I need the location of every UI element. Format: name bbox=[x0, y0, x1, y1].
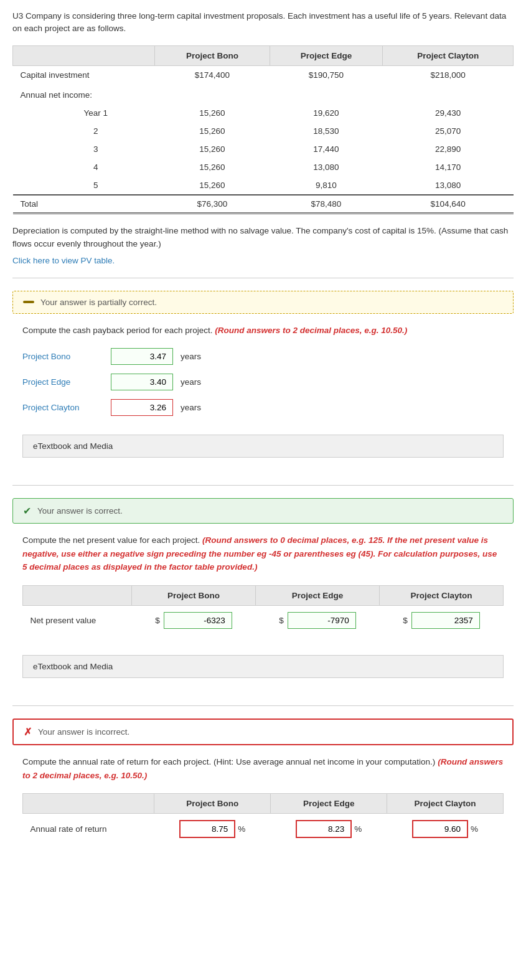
row-label-total: Total bbox=[13, 195, 155, 214]
row-edge: 19,620 bbox=[270, 104, 383, 122]
payback-row-edge: Project Edge years bbox=[22, 374, 504, 390]
pv-table-link[interactable]: Click here to view PV table. bbox=[12, 256, 514, 265]
row-label: Capital investment bbox=[13, 65, 155, 84]
payback-label-clayton: Project Clayton bbox=[22, 403, 103, 412]
x-icon: ✗ bbox=[24, 726, 32, 738]
arr-col-label bbox=[23, 794, 154, 814]
npv-input-edge[interactable] bbox=[288, 612, 356, 629]
npv-col-label bbox=[23, 586, 132, 606]
row-edge: $190,750 bbox=[270, 65, 383, 84]
pct-sign-clayton: % bbox=[471, 824, 478, 834]
payback-input-clayton[interactable] bbox=[111, 399, 173, 416]
main-data-table: Project Bono Project Edge Project Clayto… bbox=[12, 45, 514, 214]
npv-input-clayton[interactable] bbox=[411, 612, 480, 629]
row-edge: 18,530 bbox=[270, 122, 383, 140]
row-clayton: 29,430 bbox=[383, 104, 514, 122]
divider bbox=[12, 278, 514, 278]
row-bono: $174,400 bbox=[155, 65, 270, 84]
payback-input-bono[interactable] bbox=[111, 348, 173, 365]
row-clayton: 13,080 bbox=[383, 176, 514, 195]
row-edge-total: $78,480 bbox=[270, 195, 383, 214]
intro-text: U3 Company is considering three long-ter… bbox=[12, 10, 514, 35]
npv-row-label: Net present value bbox=[23, 606, 132, 636]
row-label: 2 bbox=[13, 122, 155, 140]
section3-content: Compute the annual rate of return for ea… bbox=[12, 745, 514, 867]
row-bono: 15,260 bbox=[155, 122, 270, 140]
npv-bono-cell: $ bbox=[132, 606, 256, 636]
npv-clayton-cell: $ bbox=[380, 606, 504, 636]
row-clayton: 22,890 bbox=[383, 140, 514, 158]
table-row: 4 15,260 13,080 14,170 bbox=[13, 158, 514, 176]
arr-edge-cell: % bbox=[271, 814, 387, 845]
table-row: 2 15,260 18,530 25,070 bbox=[13, 122, 514, 140]
row-clayton: 25,070 bbox=[383, 122, 514, 140]
row-bono: 15,260 bbox=[155, 140, 270, 158]
payback-row-bono: Project Bono years bbox=[22, 348, 504, 365]
payback-input-edge[interactable] bbox=[111, 374, 173, 390]
npv-row: Net present value $ $ bbox=[23, 606, 504, 636]
table-row: Annual net income: bbox=[13, 84, 514, 104]
etextbook-button-1[interactable]: eTextbook and Media bbox=[22, 435, 504, 458]
npv-table: Project Bono Project Edge Project Clayto… bbox=[22, 585, 504, 635]
npv-input-bono[interactable] bbox=[164, 612, 232, 629]
section2-content: Compute the net present value for each p… bbox=[12, 524, 514, 690]
table-row: 3 15,260 17,440 22,890 bbox=[13, 140, 514, 158]
payback-label-edge: Project Edge bbox=[22, 377, 103, 387]
section1-wrapper: Your answer is partially correct. Comput… bbox=[12, 291, 514, 471]
section1-question-highlight: (Round answers to 2 decimal places, e.g.… bbox=[215, 326, 407, 335]
section3-question-plain: Compute the annual rate of return for ea… bbox=[22, 757, 435, 766]
npv-col-bono: Project Bono bbox=[132, 586, 256, 606]
row-bono-total: $76,300 bbox=[155, 195, 270, 214]
payback-unit-clayton: years bbox=[181, 403, 201, 412]
payback-unit-edge: years bbox=[181, 377, 201, 387]
dollar-sign-bono: $ bbox=[155, 616, 160, 625]
arr-col-clayton: Project Clayton bbox=[387, 794, 504, 814]
arr-row: Annual rate of return % % bbox=[23, 814, 504, 845]
row-label: 4 bbox=[13, 158, 155, 176]
section2-banner: ✔ Your answer is correct. bbox=[12, 498, 514, 524]
section1-question: Compute the cash payback period for each… bbox=[22, 324, 504, 337]
col-header-edge: Project Edge bbox=[270, 45, 383, 65]
table-row: Year 1 15,260 19,620 29,430 bbox=[13, 104, 514, 122]
arr-clayton-cell: % bbox=[387, 814, 504, 845]
arr-table: Project Bono Project Edge Project Clayto… bbox=[22, 793, 504, 844]
etextbook-button-2[interactable]: eTextbook and Media bbox=[22, 655, 504, 678]
section2-question-plain: Compute the net present value for each p… bbox=[22, 535, 200, 545]
pct-sign-bono: % bbox=[238, 824, 245, 834]
section1-banner-text: Your answer is partially correct. bbox=[40, 298, 157, 307]
arr-input-clayton[interactable] bbox=[412, 820, 468, 838]
row-label: 3 bbox=[13, 140, 155, 158]
col-header-label bbox=[13, 45, 155, 65]
row-bono: 15,260 bbox=[155, 104, 270, 122]
npv-edge-cell: $ bbox=[256, 606, 380, 636]
section2-question: Compute the net present value for each p… bbox=[22, 534, 504, 574]
arr-bono-cell: % bbox=[154, 814, 271, 845]
pct-sign-edge: % bbox=[354, 824, 362, 834]
minus-icon bbox=[23, 301, 34, 303]
divider-3 bbox=[12, 705, 514, 706]
row-clayton: 14,170 bbox=[383, 158, 514, 176]
section1-question-plain: Compute the cash payback period for each… bbox=[22, 326, 212, 335]
row-clayton-total: $104,640 bbox=[383, 195, 514, 214]
npv-col-edge: Project Edge bbox=[256, 586, 380, 606]
dollar-sign-clayton: $ bbox=[403, 616, 408, 625]
col-header-bono: Project Bono bbox=[155, 45, 270, 65]
arr-col-edge: Project Edge bbox=[271, 794, 387, 814]
arr-input-edge[interactable] bbox=[296, 820, 352, 838]
payback-unit-bono: years bbox=[181, 352, 201, 361]
row-edge: 13,080 bbox=[270, 158, 383, 176]
row-edge: 9,810 bbox=[270, 176, 383, 195]
row-edge: 17,440 bbox=[270, 140, 383, 158]
table-row: 5 15,260 9,810 13,080 bbox=[13, 176, 514, 195]
row-label: Annual net income: bbox=[13, 84, 514, 104]
section3-wrapper: ✗ Your answer is incorrect. Compute the … bbox=[12, 719, 514, 867]
arr-input-bono[interactable] bbox=[179, 820, 235, 838]
check-icon: ✔ bbox=[23, 505, 31, 517]
npv-col-clayton: Project Clayton bbox=[380, 586, 504, 606]
row-label: Year 1 bbox=[13, 104, 155, 122]
dollar-sign-edge: $ bbox=[279, 616, 284, 625]
row-label: 5 bbox=[13, 176, 155, 195]
section1-content: Compute the cash payback period for each… bbox=[12, 314, 514, 471]
table-row: Capital investment $174,400 $190,750 $21… bbox=[13, 65, 514, 84]
section3-banner-text: Your answer is incorrect. bbox=[38, 727, 129, 737]
